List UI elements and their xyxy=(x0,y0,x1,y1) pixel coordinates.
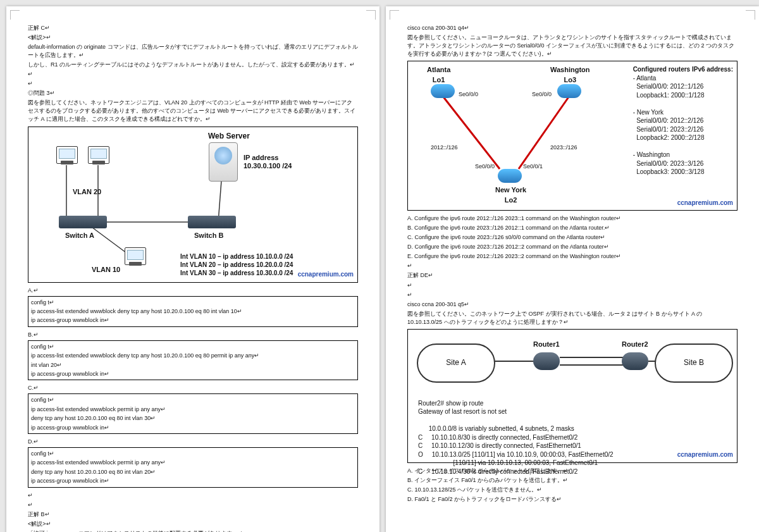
ipv6-topology-diagram: AtlantaLo1 Se0/0/0 WashingtonLo3 Se0/0/0… xyxy=(407,61,737,211)
explain-text: 「許可 ip any any」コマンドはアクセスリストの最後に配置する必要があり… xyxy=(28,529,358,532)
answer-line: 正解 DE↵ xyxy=(407,271,737,280)
crop-mark xyxy=(746,10,755,20)
option-d: D. Fa0/1 と Fa0/2 からトラフィックをロードバランスする↵ xyxy=(407,495,737,504)
option-c: C. 10.10.13.128/25 へパケットを送信できません。↵ xyxy=(407,486,737,494)
blank-line: ↵ xyxy=(28,80,358,88)
atlanta-label: AtlantaLo1 xyxy=(427,65,450,85)
watermark: ccnapremium.com xyxy=(298,270,354,280)
webserver-label: Web Server xyxy=(208,131,250,142)
net-label: 2012::/126 xyxy=(431,144,458,152)
answer-line: 正解 C↵ xyxy=(28,24,358,32)
blank-line: ↵ xyxy=(407,281,737,290)
question-id: cisco ccna 200-301 q4↵ xyxy=(407,24,737,32)
router1-label: Router1 xyxy=(533,340,560,350)
question-text: 図を参照してください。ニューヨークルータは、アトランタとワシントンのサイトを指す… xyxy=(407,34,737,58)
router-atlanta-icon xyxy=(431,84,455,98)
explain-text: default-information の originate コマンドは、広告… xyxy=(28,43,358,59)
question-text: 図を参照してください。ネットワークエンジニアは、VLAN 20 上のすべてのコン… xyxy=(28,99,358,123)
option-label: B.↵ xyxy=(28,331,358,339)
vlan20-label: VLAN 20 xyxy=(73,187,101,197)
webserver-icon xyxy=(209,142,238,182)
port-label: Se0/0/0 xyxy=(459,90,478,99)
explain-header: <解説>↵ xyxy=(28,520,358,528)
page-spread: 正解 C↵ <解説>↵ default-information の origin… xyxy=(0,0,759,532)
router2-icon xyxy=(622,352,648,370)
vlan10-label: VLAN 10 xyxy=(92,265,120,275)
router-washington-icon xyxy=(557,84,581,98)
crop-mark xyxy=(390,10,399,20)
option-b: B. Configure the ipv6 route 2023::/126 2… xyxy=(407,224,737,232)
question-text: 図を参照してください。このネットワーク上で OSPF が実行されている場合、ルー… xyxy=(407,310,737,326)
watermark: ccnapremium.com xyxy=(677,450,733,460)
washington-label: WashingtonLo3 xyxy=(550,65,590,85)
option-label: A.↵ xyxy=(28,287,358,295)
switch-a-label: Switch A xyxy=(65,231,94,241)
option-label: D.↵ xyxy=(28,438,358,446)
routing-table-output: Router2# show ip route Gateway of last r… xyxy=(418,399,727,476)
pc-icon xyxy=(125,247,146,265)
page-left: 正解 C↵ <解説>↵ default-information の origin… xyxy=(6,6,379,532)
port-label: Se0/0/1 xyxy=(523,163,543,171)
blank-line: ↵ xyxy=(28,501,358,509)
option-e: E. Configure the ipv6 route 2012::/126 2… xyxy=(407,252,737,261)
switch-a-icon xyxy=(59,216,107,228)
blank-line: ↵ xyxy=(407,262,737,270)
switch-b-label: Switch B xyxy=(194,231,223,241)
router-newyork-icon xyxy=(498,169,522,183)
port-label: Se0/0/0 xyxy=(475,163,495,171)
blank-line: ↵ xyxy=(407,291,737,299)
crop-mark xyxy=(10,10,20,20)
config-box-c: config t↵ ip access-list extended wwwblo… xyxy=(28,393,358,434)
cfg-lines: - Atlanta Serial0/0/0: 2012::1/126 Loopb… xyxy=(633,74,733,176)
option-b: B. インターフェイス Fa0/1 からのみパケットを送信します。↵ xyxy=(407,476,737,485)
crop-mark xyxy=(366,10,376,20)
config-box-d: config t↵ ip access-list extended wwwblo… xyxy=(28,447,358,488)
router2-label: Router2 xyxy=(622,340,648,350)
config-box-a: config t↵ ip access-list extended wwwblo… xyxy=(28,296,358,327)
option-label: C.↵ xyxy=(28,384,358,392)
ipv6-config-text: Configured routers IPv6 address: - Atlan… xyxy=(633,65,733,176)
ospf-diagram: Site A Router1 Router2 Site B Router2# s… xyxy=(407,329,737,463)
port-label: Se0/0/0 xyxy=(532,90,552,99)
network-diagram-vlan: Web Server IP address 10.30.0.100 /24 VL… xyxy=(28,127,358,283)
interface-list: Int VLAN 10 – ip address 10.10.0.0 /24 I… xyxy=(180,252,293,277)
config-box-b: config t↵ ip access-list extended wwwblo… xyxy=(28,340,358,381)
question-header: ◎問題 3↵ xyxy=(28,89,358,97)
newyork-label: New YorkLo2 xyxy=(495,185,526,206)
ip-address-label: IP address 10.30.0.100 /24 xyxy=(244,154,292,170)
option-a: A. Configure the ipv6 route 2012::/126 2… xyxy=(407,214,737,223)
blank-line: ↵ xyxy=(28,492,358,500)
switch-b-icon xyxy=(188,216,236,228)
explain-text: しかし、R1 のルーティングテーブルにはそのようなデフォルトルートがありません。… xyxy=(28,61,358,69)
site-a-cloud: Site A xyxy=(417,343,495,383)
pc-icon xyxy=(56,146,78,164)
answer-line: 正解 B↵ xyxy=(28,510,358,519)
watermark: ccnapremium.com xyxy=(677,199,733,208)
pc-icon xyxy=(88,146,109,164)
question-id: cisco ccna 200-301 q5↵ xyxy=(407,300,737,309)
option-c: C. Configure the ipv6 route 2023::/126 s… xyxy=(407,233,737,242)
router1-icon xyxy=(533,352,560,370)
blank-line: ↵ xyxy=(28,70,358,78)
option-d: D. Configure the ipv6 route 2023::/126 2… xyxy=(407,243,737,251)
explain-header: <解説>↵ xyxy=(28,34,358,42)
site-b-cloud: Site B xyxy=(655,343,733,383)
page-right: cisco ccna 200-301 q4↵ 図を参照してください。ニューヨーク… xyxy=(386,6,759,532)
net-label: 2023::/126 xyxy=(550,144,577,152)
